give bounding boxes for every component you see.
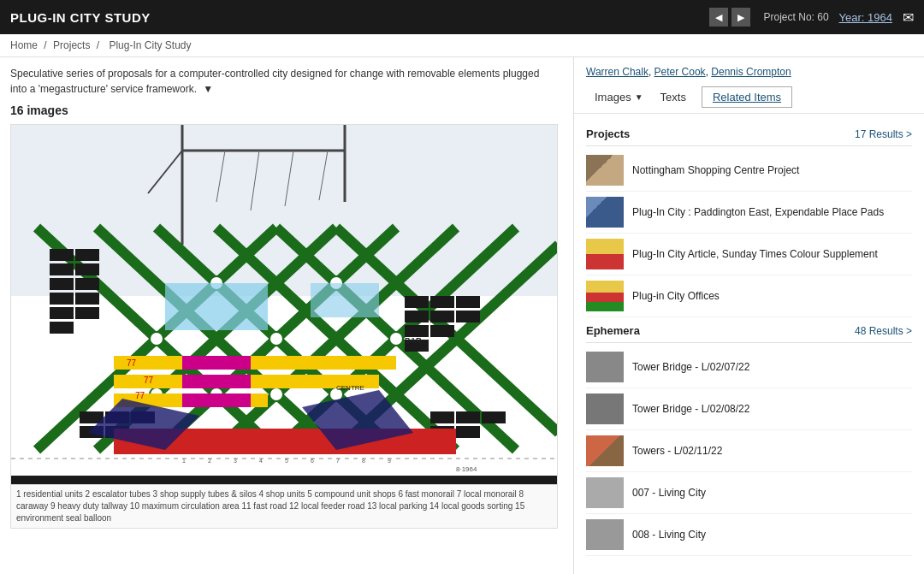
svg-rect-67 [182, 375, 251, 388]
related-label-towers: Towers - L/02/11/22 [632, 444, 722, 459]
svg-rect-34 [75, 249, 99, 261]
related-label-article: Plug-In City Article, Sunday Times Colou… [632, 247, 878, 262]
svg-rect-31 [50, 249, 74, 261]
description-body: Speculative series of proposals for a co… [10, 68, 539, 95]
related-ephemera-item-1[interactable]: Tower Bridge - L/02/08/22 [586, 388, 912, 430]
related-ephemera-item-0[interactable]: Tower Bridge - L/02/07/22 [586, 346, 912, 388]
svg-text:CENTRE: CENTRE [336, 384, 364, 392]
related-thumb-towers [586, 435, 624, 466]
related-thumb-tower2 [586, 394, 624, 424]
related-label-008: 008 - Living City [632, 528, 706, 542]
related-section: Projects 17 Results > Nottingham Shoppin… [574, 114, 924, 563]
svg-point-29 [270, 388, 283, 401]
main-container: Speculative series of proposals for a co… [0, 57, 924, 574]
svg-rect-39 [50, 307, 74, 319]
breadcrumb-sep1: / [44, 39, 46, 51]
svg-text:77: 77 [135, 391, 145, 400]
breadcrumb-projects[interactable]: Projects [53, 39, 90, 51]
header: PLUG-IN CITY STUDY ◀ ▶ Project No: 60 Ye… [0, 0, 924, 34]
svg-rect-40 [75, 307, 99, 319]
related-label-nottingham: Nottingham Shopping Centre Project [632, 163, 799, 178]
svg-rect-43 [430, 296, 454, 308]
svg-rect-64 [259, 356, 396, 370]
svg-rect-56 [430, 411, 454, 423]
svg-point-24 [270, 332, 283, 346]
image-caption: 1 residential units 2 escalator tubes 3 … [11, 484, 557, 528]
breadcrumb: Home / Projects / Plug-In City Study [0, 34, 924, 57]
author-peter-cook[interactable]: Peter Cook [654, 66, 706, 78]
projects-section-title: Projects [586, 127, 630, 140]
svg-point-26 [389, 332, 403, 346]
tab-related-items[interactable]: Related Items [702, 86, 792, 108]
related-project-item-1[interactable]: Plug-In City : Paddington East, Expendab… [586, 192, 912, 234]
tab-row: Images ▼ Texts Related Items [586, 86, 912, 108]
header-right: Project No: 60 Year: 1964 ✉ [764, 9, 914, 26]
svg-text:77: 77 [127, 358, 137, 368]
svg-rect-33 [50, 278, 74, 290]
project-no: Project No: 60 [764, 11, 829, 23]
plug-in-city-drawing[interactable]: 77 77 77 BAR CENTRE 1 2 3 4 5 6 [11, 125, 558, 484]
year-link[interactable]: Year: 1964 [839, 11, 892, 24]
related-label-007: 007 - Living City [632, 486, 706, 500]
ephemera-count-link[interactable]: 48 Results > [855, 325, 912, 337]
svg-rect-32 [50, 263, 74, 275]
mail-icon[interactable]: ✉ [903, 9, 914, 26]
svg-rect-42 [405, 296, 429, 308]
next-button[interactable]: ▶ [732, 8, 750, 27]
author-warren-chalk[interactable]: Warren Chalk [586, 66, 649, 78]
svg-rect-45 [405, 311, 429, 323]
related-project-item-2[interactable]: Plug-In City Article, Sunday Times Colou… [586, 234, 912, 275]
svg-rect-58 [482, 411, 506, 423]
breadcrumb-sep2: / [97, 39, 99, 51]
prev-button[interactable]: ◀ [709, 8, 728, 27]
tab-images-label: Images [595, 91, 631, 104]
tab-images-dropdown-icon: ▼ [635, 92, 643, 102]
svg-text:8·1964: 8·1964 [456, 465, 477, 473]
description-toggle[interactable]: ▼ [203, 81, 213, 97]
projects-count-link[interactable]: 17 Results > [855, 128, 912, 140]
ephemera-section-header: Ephemera 48 Results > [586, 317, 912, 343]
svg-rect-36 [50, 293, 74, 305]
svg-rect-41 [50, 322, 74, 334]
svg-rect-49 [430, 325, 454, 337]
svg-rect-70 [311, 283, 379, 317]
image-count: 16 images [10, 104, 563, 117]
breadcrumb-current: Plug-In City Study [109, 39, 191, 51]
related-ephemera-item-3[interactable]: 007 - Living City [586, 472, 912, 514]
related-thumb-008 [586, 519, 624, 550]
tab-images[interactable]: Images ▼ [586, 87, 652, 107]
svg-point-22 [150, 332, 163, 346]
breadcrumb-home[interactable]: Home [10, 39, 38, 51]
related-thumb-offices [586, 281, 624, 311]
svg-rect-35 [75, 263, 99, 275]
arch-drawing-svg: 77 77 77 BAR CENTRE 1 2 3 4 5 6 [11, 125, 558, 484]
authors-line: Warren Chalk, Peter Cook, Dennis Crompto… [586, 66, 912, 78]
svg-rect-47 [456, 311, 480, 323]
related-thumb-tower1 [586, 352, 624, 382]
related-label-tower1: Tower Bridge - L/02/07/22 [632, 360, 749, 375]
related-project-item-3[interactable]: Plug-in City Offices [586, 275, 912, 317]
related-ephemera-item-2[interactable]: Towers - L/02/11/22 [586, 430, 912, 472]
svg-rect-90 [11, 476, 558, 484]
related-ephemera-item-4[interactable]: 008 - Living City [586, 514, 912, 556]
right-top: Warren Chalk, Peter Cook, Dennis Crompto… [574, 57, 924, 114]
svg-rect-38 [75, 293, 99, 305]
right-panel: Warren Chalk, Peter Cook, Dennis Crompto… [573, 57, 924, 574]
author-dennis-crompton[interactable]: Dennis Crompton [711, 66, 791, 78]
description-text: Speculative series of proposals for a co… [10, 66, 541, 97]
projects-section-header: Projects 17 Results > [586, 121, 912, 146]
related-label-offices: Plug-in City Offices [632, 289, 720, 304]
related-thumb-article [586, 239, 624, 269]
related-label-paddington: Plug-In City : Paddington East, Expendab… [632, 205, 884, 220]
tab-texts[interactable]: Texts [652, 87, 695, 107]
svg-rect-37 [75, 278, 99, 290]
related-project-item-0[interactable]: Nottingham Shopping Centre Project [586, 150, 912, 192]
svg-rect-60 [456, 426, 480, 438]
svg-rect-48 [405, 325, 429, 337]
svg-rect-46 [430, 311, 454, 323]
svg-text:77: 77 [144, 376, 154, 385]
svg-rect-57 [456, 411, 480, 423]
ephemera-section-title: Ephemera [586, 324, 640, 337]
related-thumb-paddington [586, 197, 624, 228]
tab-texts-label: Texts [660, 91, 686, 104]
